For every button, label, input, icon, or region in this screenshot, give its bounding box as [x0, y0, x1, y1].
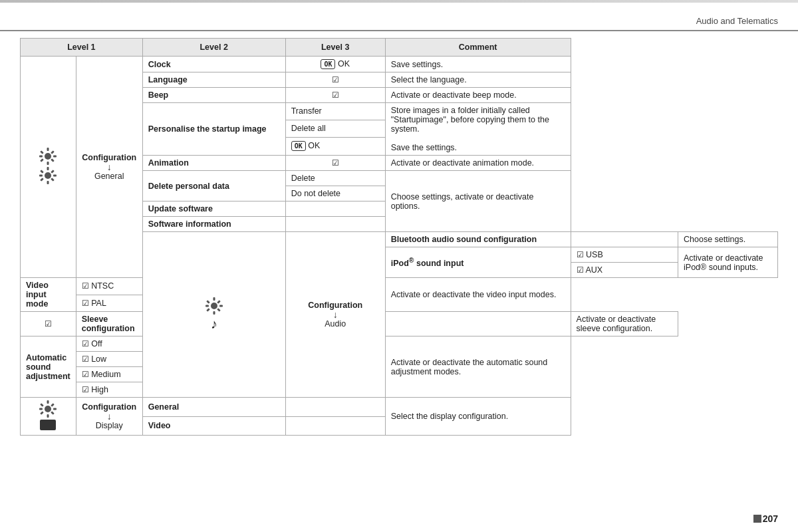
svg-point-9	[45, 172, 51, 179]
level1-icon-cell-audio: ♪	[142, 232, 285, 398]
gear-icon-top	[39, 148, 57, 165]
level3-off: ☑ Off	[76, 336, 142, 352]
level3-delete: Delete	[285, 171, 385, 186]
svg-rect-8	[51, 158, 55, 162]
svg-rect-28	[47, 400, 49, 404]
level2-video-input: Video input mode	[21, 278, 76, 312]
level2-display-general: General	[142, 398, 285, 417]
level3-medium: ☑ Medium	[76, 367, 142, 382]
svg-rect-6	[51, 150, 55, 154]
comment-clock: Save settings.	[385, 57, 571, 72]
level2-checkbox-sleeve: ☑	[21, 312, 76, 336]
svg-rect-11	[47, 181, 49, 184]
svg-point-18	[211, 303, 217, 309]
page-indicator-square	[753, 515, 761, 523]
svg-rect-4	[53, 156, 57, 158]
arrow-down-icon-display: ↓	[82, 412, 137, 421]
level2-display-video: Video	[142, 416, 285, 436]
svg-rect-23	[206, 300, 210, 304]
level1-config-label-display: Configuration	[82, 402, 136, 412]
comment-bluetooth: Choose settings.	[678, 232, 778, 247]
svg-rect-32	[41, 403, 45, 407]
header-title: Audio and Telematics	[696, 16, 778, 26]
svg-rect-16	[41, 178, 45, 182]
ok-badge: OK	[321, 59, 335, 69]
level1-label-cell-display: Configuration ↓ Display	[76, 398, 142, 436]
ok-badge: OK	[291, 141, 306, 151]
svg-rect-10	[47, 167, 49, 170]
level2-clock: Clock	[142, 57, 285, 72]
svg-rect-2	[47, 162, 49, 165]
comment-delete-personal: Choose settings, activate or deactivate …	[385, 171, 571, 232]
level3-software-info	[285, 217, 385, 232]
checkbox-icon: ☑	[332, 158, 339, 168]
level3-transfer: Transfer	[285, 103, 385, 120]
level1-sub-label-audio: Audio	[325, 319, 346, 329]
checkbox-icon: ☑	[332, 75, 339, 84]
comment-ipod: Activate or deactivate iPod® sound input…	[678, 247, 778, 278]
level2-auto-sound: Automatic sound adjustment	[21, 336, 76, 398]
level1-sub-label-general: General	[94, 172, 124, 181]
level2-bluetooth: Bluetooth audio sound configuration	[385, 232, 571, 247]
col-header-level1: Level 1	[21, 39, 143, 57]
level2-sleeve: Sleeve configuration	[76, 312, 142, 336]
level2-ipod: iPod® sound input	[385, 247, 571, 278]
music-note-icon: ♪	[148, 317, 280, 332]
svg-rect-5	[41, 150, 45, 154]
level3-pal: ☑ PAL	[76, 295, 142, 312]
col-header-comment: Comment	[385, 39, 571, 57]
level3-do-not-delete: Do not delete	[285, 186, 385, 201]
checkbox-icon: ☑	[82, 370, 89, 379]
checkbox-icon: ☑	[577, 250, 584, 259]
arrow-down-icon-audio: ↓	[291, 310, 380, 319]
checkbox-icon: ☑	[45, 319, 52, 329]
gear-icon-bottom	[39, 167, 57, 184]
svg-rect-15	[51, 170, 55, 174]
checkbox-icon: ☑	[332, 90, 339, 100]
table-row: Configuration ↓ Display General Select t…	[21, 398, 778, 417]
svg-point-27	[45, 406, 51, 412]
comment-personalise: Store images in a folder initially calle…	[385, 103, 571, 156]
level2-software-info: Software information	[142, 217, 285, 232]
level3-language: ☑	[285, 72, 385, 88]
svg-rect-17	[51, 178, 55, 182]
main-table-wrapper: Level 1 Level 2 Level 3 Comment	[0, 31, 798, 442]
level3-display-video	[285, 416, 385, 436]
svg-rect-22	[219, 305, 223, 307]
level1-label-cell-general: Configuration ↓ General	[76, 57, 142, 278]
checkbox-icon: ☑	[82, 281, 89, 291]
table-row: Automatic sound adjustment ☑ Off Activat…	[21, 336, 778, 352]
table-row: Configuration ↓ General Clock OK OK Save…	[21, 57, 778, 72]
comment-auto-sound: Activate or deactivate the automatic sou…	[385, 336, 571, 398]
svg-rect-21	[205, 305, 209, 307]
arrow-down-icon: ↓	[82, 162, 137, 172]
svg-rect-12	[39, 175, 43, 177]
gear-icon-audio-top	[205, 297, 223, 315]
svg-rect-35	[51, 411, 55, 415]
col-header-level2: Level 2	[142, 39, 285, 57]
comment-video-input: Activate or deactivate the video input m…	[385, 278, 571, 312]
comment-beep: Activate or deactivate beep mode.	[385, 88, 571, 103]
svg-rect-1	[47, 148, 49, 151]
comment-language: Select the language.	[385, 72, 571, 88]
level2-animation: Animation	[142, 156, 285, 171]
level3-sleeve	[385, 312, 571, 336]
svg-rect-13	[53, 175, 57, 177]
level3-high: ☑ High	[76, 382, 142, 398]
comment-animation: Activate or deactivate animation mode.	[385, 156, 571, 171]
level3-bluetooth	[571, 232, 678, 247]
svg-rect-20	[213, 311, 215, 315]
page-number: 207	[763, 513, 778, 524]
svg-rect-7	[41, 158, 45, 162]
svg-rect-25	[206, 308, 210, 312]
svg-rect-26	[217, 308, 221, 312]
level2-beep: Beep	[142, 88, 285, 103]
gear-icon-display	[39, 400, 57, 418]
level3-ntsc: ☑ NTSC	[76, 278, 142, 295]
level1-icon-cell-display	[21, 398, 76, 436]
checkbox-icon: ☑	[82, 354, 89, 364]
col-header-level3: Level 3	[285, 39, 385, 57]
svg-point-0	[45, 153, 51, 160]
svg-rect-31	[53, 408, 57, 410]
svg-rect-3	[39, 156, 43, 158]
